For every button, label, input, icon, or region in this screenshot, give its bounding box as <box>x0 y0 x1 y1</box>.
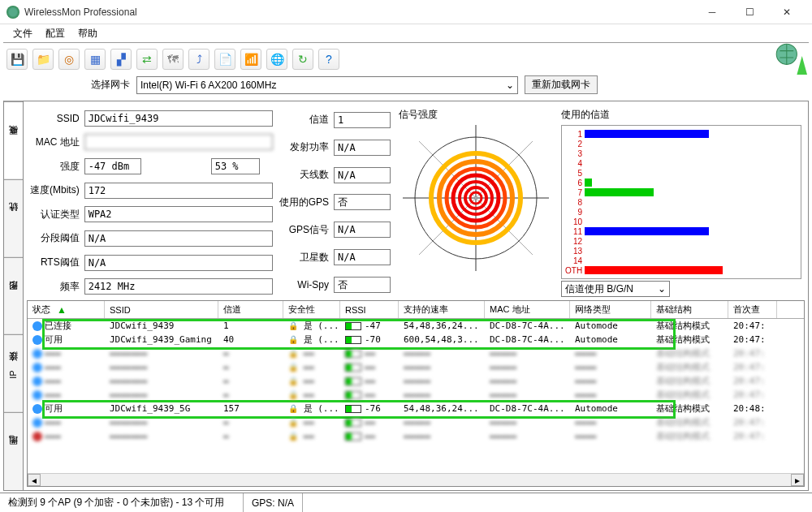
table-row[interactable]: ▬▬▬▬▬▬▬▬▬▬▬🔒 ▬▬▬▬▬▬▬▬▬▬▬▬▬▬▬▬▬▬基础结构模式20:… <box>28 388 804 402</box>
reload-nic-button[interactable]: 重新加载网卡 <box>525 75 598 94</box>
gps-value: 否 <box>334 194 391 210</box>
nic-select[interactable]: Intel(R) Wi-Fi 6 AX200 160MHz ⌄ <box>136 76 518 94</box>
ssid-label: SSID <box>30 113 80 124</box>
status-detected: 检测到 9 个AP (9 个加密 - 0 个未加密) - 13 个可用 <box>0 493 244 512</box>
signal-radar <box>403 125 549 271</box>
wispy-label: Wi-Spy <box>279 279 329 290</box>
status-gps: GPS: N/A <box>244 493 303 512</box>
table-row[interactable]: ▬▬▬▬▬▬▬▬▬▬▬🔒 ▬▬▬▬▬▬▬▬▬▬▬▬▬▬▬▬▬▬基础结构模式20:… <box>28 346 804 360</box>
channel-band-value: 信道使用 B/G/N <box>565 282 633 296</box>
ant-label: 天线数 <box>279 168 329 182</box>
menubar: 文件 配置 帮助 <box>0 24 812 42</box>
save-icon[interactable]: 💾 <box>6 49 28 70</box>
col-c5[interactable]: 支持的速率 <box>399 301 485 318</box>
network-icon[interactable]: ⇄ <box>136 49 158 70</box>
table-row[interactable]: ▬▬▬▬▬▬▬▬▬▬▬🔒 ▬▬▬▬▬▬▬▬▬▬▬▬▬▬▬▬▬▬基础结构模式20:… <box>28 374 804 388</box>
window-title: WirelessMon Professional <box>24 6 693 18</box>
txpwr-value: N/A <box>334 140 391 156</box>
connection-fields-2: 信道 1 发射功率 N/A 天线数 N/A 使用的GPS 否 GPS信号 N/A… <box>279 108 391 297</box>
col-c9[interactable]: 首次查 <box>728 301 777 318</box>
graph-icon[interactable]: ▞ <box>110 49 132 70</box>
mac-value <box>84 134 273 150</box>
txpwr-label: 发射功率 <box>279 140 329 154</box>
tab-stats[interactable]: 统计 <box>4 179 23 257</box>
tab-ip[interactable]: IP 连接 <box>4 334 23 412</box>
chan-value: 1 <box>334 112 391 128</box>
connection-fields: SSID JDCwifi_9439 MAC 地址 强度 -47 dBm 53 %… <box>30 108 273 297</box>
table-row[interactable]: 可用JDCwifi_9439_Gaming40🔒 是 (...-70600,54… <box>28 333 804 346</box>
help-icon[interactable]: ? <box>318 49 339 70</box>
folder-icon[interactable]: 📁 <box>32 49 54 70</box>
export-icon[interactable]: ⤴ <box>188 49 209 70</box>
minimize-button[interactable]: ─ <box>693 0 731 24</box>
target-icon[interactable]: ◎ <box>58 49 80 70</box>
chan-label: 信道 <box>279 113 329 127</box>
menu-help[interactable]: 帮助 <box>73 25 102 42</box>
chevron-down-icon: ⌄ <box>506 80 514 91</box>
speed-label: 速度(Mbits) <box>30 183 80 197</box>
rts-label: RTS阈值 <box>30 256 80 269</box>
col-c0[interactable]: 状态 ▲ <box>28 301 105 318</box>
wispy-value: 否 <box>334 277 391 293</box>
titlebar: WirelessMon Professional ─ ☐ ✕ <box>0 0 812 24</box>
gps-label: 使用的GPS <box>279 196 329 209</box>
table-row[interactable]: ▬▬▬▬▬▬▬▬▬▬▬🔒 ▬▬▬▬▬▬▬▬▬▬▬▬▬▬▬▬▬▬基础结构模式20:… <box>28 429 804 443</box>
ap-table: 状态 ▲SSID信道安全性RSSI支持的速率MAC 地址网络类型基础结构首次查 … <box>27 300 805 487</box>
sat-value: N/A <box>334 249 391 265</box>
channel-band-select[interactable]: 信道使用 B/G/N ⌄ <box>561 281 670 297</box>
col-c8[interactable]: 基础结构 <box>651 301 728 318</box>
side-tabs: 概要 统计 图形 IP 连接 地图 <box>4 101 24 490</box>
strength-pct: 53 % <box>211 158 260 174</box>
refresh-icon[interactable]: ↻ <box>292 49 313 70</box>
col-c2[interactable]: 信道 <box>218 301 283 318</box>
report-icon[interactable]: 📄 <box>214 49 235 70</box>
nic-row: 选择网卡 Intel(R) Wi-Fi 6 AX200 160MHz ⌄ 重新加… <box>0 75 812 99</box>
table-row[interactable]: ▬▬▬▬▬▬▬▬▬▬▬🔒 ▬▬▬▬▬▬▬▬▬▬▬▬▬▬▬▬▬▬基础结构模式20:… <box>28 360 804 374</box>
table-row[interactable]: 可用JDCwifi_9439_5G157🔒 是 (...-7654,48,36,… <box>28 402 804 415</box>
maximize-button[interactable]: ☐ <box>731 0 768 24</box>
mac-label: MAC 地址 <box>30 136 80 149</box>
tab-graph[interactable]: 图形 <box>4 257 23 335</box>
channel-usage-chart: 1234567891011121314OTH <box>561 125 801 279</box>
rts-value: N/A <box>84 255 273 271</box>
signal-strength-title: 信号强度 <box>399 108 438 122</box>
table-header: 状态 ▲SSID信道安全性RSSI支持的速率MAC 地址网络类型基础结构首次查 <box>28 301 804 319</box>
toolbar: 💾 📁 ◎ ▦ ▞ ⇄ 🗺 ⤴ 📄 📶 🌐 ↻ ? <box>0 43 812 75</box>
table-row[interactable]: ▬▬▬▬▬▬▬▬▬▬▬🔒 ▬▬▬▬▬▬▬▬▬▬▬▬▬▬▬▬▬▬基础结构模式20:… <box>28 415 804 429</box>
col-c3[interactable]: 安全性 <box>283 301 340 318</box>
menu-config[interactable]: 配置 <box>41 25 70 42</box>
tab-map[interactable]: 地图 <box>4 412 23 490</box>
col-c4[interactable]: RSSI <box>340 301 399 318</box>
sat-label: 卫星数 <box>279 251 329 265</box>
chevron-down-icon: ⌄ <box>658 283 666 295</box>
strength-label: 强度 <box>30 160 80 174</box>
table-row[interactable]: 已连接JDCwifi_94391🔒 是 (...-4754,48,36,24..… <box>28 319 804 333</box>
globe-icon[interactable]: 🌐 <box>266 49 287 70</box>
col-c7[interactable]: 网络类型 <box>570 301 651 318</box>
main-panel: 概要 统计 图形 IP 连接 地图 SSID JDCwifi_9439 MAC … <box>3 101 809 491</box>
nic-value: Intel(R) Wi-Fi 6 AX200 160MHz <box>140 80 276 91</box>
tab-summary[interactable]: 概要 <box>4 101 23 179</box>
brand-logo-icon <box>773 41 807 75</box>
table-body: 已连接JDCwifi_94391🔒 是 (...-4754,48,36,24..… <box>28 319 804 473</box>
close-button[interactable]: ✕ <box>768 0 806 24</box>
statusbar: 检测到 9 个AP (9 个加密 - 0 个未加密) - 13 个可用 GPS:… <box>0 493 812 512</box>
ssid-value: JDCwifi_9439 <box>84 110 273 127</box>
strength-dbm: -47 dBm <box>84 158 141 174</box>
menu-file[interactable]: 文件 <box>8 25 37 42</box>
gpssig-label: GPS信号 <box>279 223 329 237</box>
stats-icon[interactable]: ▦ <box>84 49 106 70</box>
device-icon[interactable]: 📶 <box>240 49 261 70</box>
horizontal-scrollbar[interactable]: ◂ ▸ <box>28 473 804 486</box>
frag-label: 分段阈值 <box>30 231 80 245</box>
auth-label: 认证类型 <box>30 208 80 222</box>
nic-label: 选择网卡 <box>81 78 130 92</box>
speed-value: 172 <box>84 183 273 199</box>
channels-title: 使用的信道 <box>561 108 610 122</box>
gpssig-value: N/A <box>334 222 391 238</box>
app-icon <box>6 6 19 19</box>
map-icon[interactable]: 🗺 <box>162 49 184 70</box>
frag-value: N/A <box>84 230 273 247</box>
col-c6[interactable]: MAC 地址 <box>485 301 570 318</box>
col-c1[interactable]: SSID <box>105 301 218 318</box>
